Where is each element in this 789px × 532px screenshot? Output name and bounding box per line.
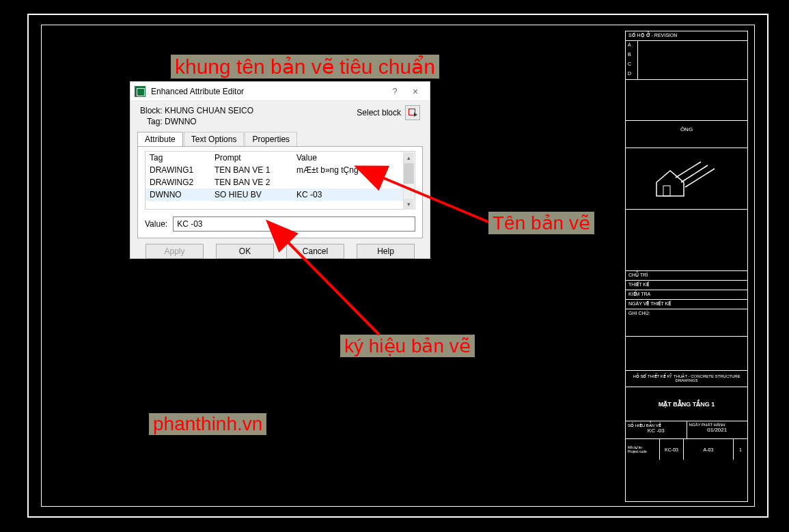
svg-line-4 bbox=[681, 165, 708, 182]
scroll-up-icon[interactable]: ▴ bbox=[404, 152, 414, 163]
tag-label: Tag: bbox=[147, 117, 163, 126]
svg-line-3 bbox=[676, 162, 701, 178]
col-value[interactable]: Value bbox=[296, 153, 399, 163]
cancel-button[interactable]: Cancel bbox=[286, 244, 344, 259]
tb-ghichu: GHI CHÚ: bbox=[626, 309, 747, 337]
tb-mid: A-03 bbox=[684, 439, 734, 460]
scroll-thumb[interactable] bbox=[404, 163, 414, 184]
tb-logo bbox=[626, 148, 747, 210]
tag-value: DWNNO bbox=[165, 117, 197, 126]
tb-proj-val: KC-03 bbox=[660, 439, 684, 460]
block-label: Block: bbox=[140, 106, 163, 115]
ok-button[interactable]: OK bbox=[216, 244, 274, 259]
tb-page: 1 bbox=[734, 439, 747, 460]
help-button[interactable]: Help bbox=[357, 244, 415, 259]
attribute-table[interactable]: Tag Prompt Value DRAWING1 TEN BAN VE 1 m… bbox=[145, 151, 415, 210]
scrollbar[interactable]: ▴ ▾ bbox=[403, 152, 414, 210]
tb-proj-label: Mã dự án Project code bbox=[626, 439, 660, 460]
tb-thietke: THIẾT KẾ bbox=[626, 281, 747, 290]
house-icon bbox=[650, 158, 725, 206]
annotation-ten-ban-ve: Tên bản vẽ bbox=[488, 212, 594, 234]
col-prompt[interactable]: Prompt bbox=[214, 153, 296, 163]
close-icon[interactable]: × bbox=[405, 86, 426, 97]
col-tag[interactable]: Tag bbox=[150, 153, 214, 163]
tab-attribute[interactable]: Attribute bbox=[137, 132, 183, 146]
enhanced-attribute-editor-dialog: Enhanced Attribute Editor ? × Block: KHU… bbox=[130, 81, 430, 259]
value-input[interactable] bbox=[173, 216, 415, 232]
select-block-label: Select block bbox=[357, 108, 401, 117]
tb-revision-header: SỐ HỘ Ở - REVISION bbox=[626, 31, 747, 41]
app-icon bbox=[135, 86, 146, 97]
svg-rect-2 bbox=[663, 186, 670, 196]
dialog-title: Enhanced Attribute Editor bbox=[151, 87, 385, 96]
attribute-panel: Tag Prompt Value DRAWING1 TEN BAN VE 1 m… bbox=[137, 146, 423, 238]
scroll-down-icon[interactable]: ▾ bbox=[404, 199, 414, 210]
tb-ngayve: NGÀY VẼ THIẾT KẾ bbox=[626, 300, 747, 309]
table-row[interactable]: DWNNO SO HIEU BV KC -03 bbox=[146, 188, 415, 201]
tb-hoso: HỒ SƠ THIẾT KẾ KỸ THUẬT - CONCRETE STRUC… bbox=[626, 371, 747, 387]
block-info: Block: KHUNG CHUAN SEICO Tag: DWNNO bbox=[140, 105, 253, 127]
block-value: KHUNG CHUAN SEICO bbox=[165, 106, 253, 115]
help-icon[interactable]: ? bbox=[385, 87, 405, 96]
annotation-ky-hieu: ký hiệu bản vẽ bbox=[340, 335, 475, 357]
tb-revision-row: A bbox=[626, 41, 747, 51]
tb-drawing-name: MẶT BẰNG TẦNG 1 bbox=[626, 387, 747, 421]
tb-ngayphat: NGÀY PHÁT HÀNH 01/2021 bbox=[687, 421, 748, 438]
apply-button[interactable]: Apply bbox=[146, 244, 204, 259]
tb-company bbox=[626, 80, 747, 121]
tb-sohieu: SỐ HIỆU BẢN VẼ KC -03 bbox=[626, 421, 687, 438]
table-row[interactable]: DRAWING2 TEN BAN VE 2 bbox=[146, 176, 415, 188]
dialog-titlebar[interactable]: Enhanced Attribute Editor ? × bbox=[130, 82, 430, 101]
tab-strip: Attribute Text Options Properties bbox=[137, 131, 423, 146]
value-label: Value: bbox=[145, 219, 167, 229]
tab-text-options[interactable]: Text Options bbox=[184, 132, 245, 146]
select-block-button[interactable] bbox=[405, 105, 420, 120]
svg-line-5 bbox=[685, 169, 715, 187]
annotation-url: phanthinh.vn bbox=[149, 413, 266, 435]
table-row[interactable]: DRAWING1 TEN BAN VE 1 mÆ±t b»ng tÇng 1 bbox=[146, 164, 415, 176]
tb-chutri: CHỦ TRÌ bbox=[626, 271, 747, 281]
tb-owner: ÔNG bbox=[626, 121, 747, 148]
tab-properties[interactable]: Properties bbox=[245, 132, 297, 146]
tb-kiemtra: KIỂM TRA bbox=[626, 290, 747, 300]
annotation-title: khung tên bản vẽ tiêu chuẩn bbox=[171, 55, 439, 79]
table-header: Tag Prompt Value bbox=[146, 152, 415, 164]
title-block: SỐ HỘ Ở - REVISION A B C D ÔNG CHỦ TRÌ T… bbox=[625, 31, 748, 502]
